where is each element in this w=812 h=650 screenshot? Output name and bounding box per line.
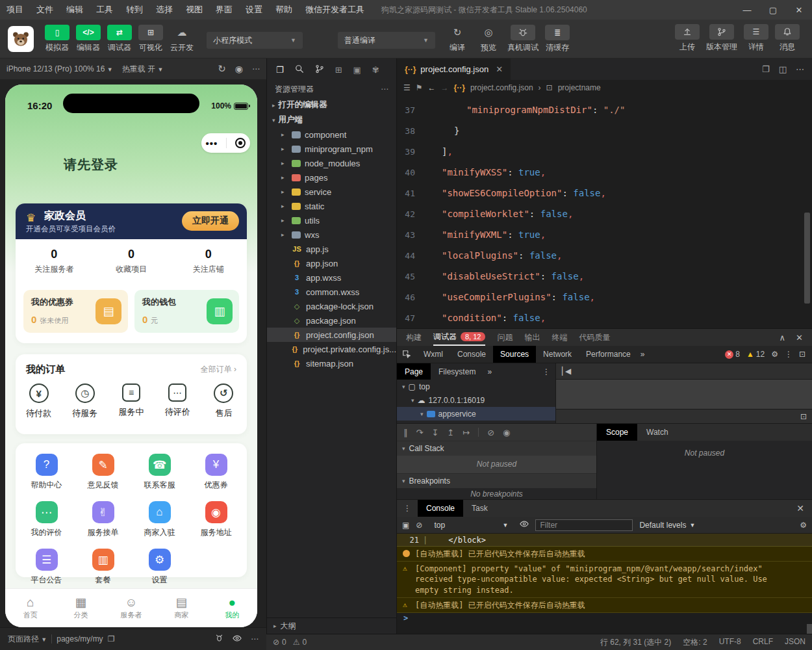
refresh-icon[interactable]: ↻ bbox=[218, 63, 226, 75]
more-icon[interactable]: ••• bbox=[206, 138, 218, 149]
capsule-menu[interactable]: ••• bbox=[201, 133, 250, 153]
version-control-button[interactable]: 版本管理 bbox=[706, 24, 737, 53]
step-out-icon[interactable]: ↥ bbox=[447, 428, 454, 437]
service-grid-item[interactable]: ◉ 服务地址 bbox=[188, 501, 244, 538]
tab-performance[interactable]: Performance bbox=[579, 346, 638, 363]
indentation[interactable]: 空格: 2 bbox=[683, 637, 707, 648]
file-tree-row[interactable]: ◇ package.json bbox=[267, 313, 396, 328]
language-mode[interactable]: JSON bbox=[785, 637, 806, 648]
tab-task[interactable]: Task bbox=[463, 500, 496, 517]
source-tree-appservice[interactable]: ▾appservice bbox=[397, 407, 555, 421]
service-grid-item[interactable]: ☰ 平台公告 bbox=[18, 549, 75, 586]
editor-tab[interactable]: {··} project.config.json ✕ bbox=[397, 58, 511, 80]
step-icon[interactable]: ↦ bbox=[463, 428, 470, 437]
gear-icon[interactable]: ⚙ bbox=[771, 350, 778, 359]
tab-output[interactable]: 输出 bbox=[524, 329, 540, 346]
hot-reload-toggle[interactable]: 热重载 开 ▼ bbox=[122, 64, 164, 75]
page-path-select[interactable]: 页面路径 ▼ bbox=[8, 634, 47, 645]
warning-count[interactable]: ▲12 bbox=[746, 350, 765, 359]
more-icon[interactable]: ⋯ bbox=[252, 64, 260, 73]
tab-page[interactable]: Page bbox=[397, 363, 431, 380]
file-tree-row[interactable]: ◇ package-lock.json bbox=[267, 299, 396, 313]
stat-item[interactable]: 0 关注店铺 bbox=[170, 248, 247, 275]
stat-item[interactable]: 0 关注服务者 bbox=[16, 248, 93, 275]
file-tree-row[interactable]: ▸ utils bbox=[267, 213, 396, 228]
breakpoints-header[interactable]: ▾Breakpoints bbox=[397, 473, 596, 488]
tab-wxml[interactable]: Wxml bbox=[416, 346, 450, 363]
more-icon[interactable]: ⋯ bbox=[796, 64, 804, 74]
messages-button[interactable]: 消息 bbox=[775, 24, 800, 53]
source-tree-host[interactable]: ▾☁127.0.0.1:16019 bbox=[397, 393, 555, 407]
deactivate-breakpoints-icon[interactable]: ⊘ bbox=[487, 428, 494, 437]
file-tree-row[interactable]: {} sitemap.json bbox=[267, 356, 396, 370]
search-icon[interactable] bbox=[295, 64, 304, 75]
files-icon[interactable]: ❐ bbox=[276, 65, 284, 75]
file-tree-row[interactable]: ▸ static bbox=[267, 199, 396, 213]
clear-cache-button[interactable]: ≣ 清缓存 bbox=[545, 25, 570, 53]
service-grid-item[interactable]: ⌂ 商家入驻 bbox=[131, 501, 188, 538]
more-tabs-icon[interactable]: » bbox=[487, 367, 492, 376]
order-status-item[interactable]: ↺ 售后 bbox=[201, 384, 247, 419]
tabbar-item[interactable]: ☺ 服务者 bbox=[106, 589, 157, 627]
file-tree-row[interactable]: ▸ wxs bbox=[267, 228, 396, 242]
kebab-icon[interactable]: ⋮ bbox=[785, 350, 793, 359]
git-branch-icon[interactable] bbox=[315, 64, 324, 75]
service-grid-item[interactable]: ⚙ 设置 bbox=[131, 549, 188, 586]
service-grid-item[interactable]: ▥ 套餐 bbox=[75, 549, 131, 586]
tabbar-item[interactable]: ● 我的 bbox=[207, 589, 257, 627]
open-editors-section[interactable]: ▸ 打开的编辑器 bbox=[267, 98, 396, 112]
source-tree-top[interactable]: ▾▢top bbox=[397, 380, 555, 393]
editor-toggle[interactable]: </> 编辑器 bbox=[76, 25, 101, 53]
service-grid-item[interactable]: ¥ 优惠券 bbox=[188, 454, 244, 491]
tab-watch[interactable]: Watch bbox=[637, 424, 678, 441]
upload-button[interactable]: 上传 bbox=[675, 24, 700, 53]
tab-terminal[interactable]: 终端 bbox=[552, 329, 567, 346]
open-vip-button[interactable]: 立即开通 bbox=[182, 211, 239, 231]
copy-icon[interactable]: ❐ bbox=[108, 634, 115, 644]
device-select[interactable]: iPhone 12/13 (Pro) 100% 16 ▼ bbox=[6, 64, 113, 73]
errors-status[interactable]: ⊘0 ⚠0 bbox=[273, 638, 307, 647]
menu-item[interactable]: 工具 bbox=[90, 4, 120, 16]
project-root-section[interactable]: ▾ 用户端 bbox=[267, 112, 396, 127]
window-icon[interactable]: ▣ bbox=[353, 65, 361, 75]
menu-item[interactable]: 转到 bbox=[120, 4, 149, 16]
sidebar-toggle-icon[interactable]: ⎢◀ bbox=[561, 367, 571, 376]
filter-input[interactable] bbox=[535, 519, 633, 531]
dock-icon[interactable]: ⊡ bbox=[799, 350, 806, 359]
close-button[interactable]: ✕ bbox=[786, 0, 812, 20]
bookmark-icon[interactable]: ⚑ bbox=[416, 83, 423, 92]
stat-item[interactable]: 0 收藏项目 bbox=[93, 248, 170, 275]
tab-debugger[interactable]: 调试器 8, 12 bbox=[433, 329, 485, 346]
callstack-header[interactable]: ▾Call Stack bbox=[397, 441, 596, 456]
file-tree-row[interactable]: {} project.private.config.js... bbox=[267, 342, 396, 356]
tab-console-drawer[interactable]: Console bbox=[418, 500, 463, 517]
close-icon[interactable]: ✕ bbox=[796, 503, 812, 514]
file-tree-row[interactable]: ▸ miniprogram_npm bbox=[267, 142, 396, 156]
file-tree-row[interactable]: 3 app.wxss bbox=[267, 270, 396, 285]
device-debug-button[interactable]: 真机调试 bbox=[507, 25, 539, 53]
debugger-toggle[interactable]: ⇄ 调试器 bbox=[107, 25, 132, 53]
console-sidebar-icon[interactable]: ▣ bbox=[402, 521, 409, 530]
hand-icon[interactable]: ✾ bbox=[372, 65, 379, 75]
file-tree-row[interactable]: {} app.json bbox=[267, 256, 396, 270]
details-button[interactable]: ☰ 详情 bbox=[744, 24, 768, 53]
levels-select[interactable]: Default levels▼ bbox=[639, 521, 695, 530]
tab-build[interactable]: 构建 bbox=[406, 329, 422, 346]
tab-network[interactable]: Network bbox=[536, 346, 579, 363]
service-grid-item[interactable]: ? 帮助中心 bbox=[18, 454, 75, 491]
menu-item[interactable]: 界面 bbox=[209, 4, 239, 16]
inspect-icon[interactable] bbox=[397, 350, 416, 359]
split-editor-icon[interactable]: ◫ bbox=[779, 64, 787, 74]
extensions-icon[interactable]: ⊞ bbox=[335, 65, 342, 75]
tab-problems[interactable]: 问题 bbox=[497, 329, 513, 346]
menu-item[interactable]: 帮助 bbox=[269, 4, 299, 16]
tab-console[interactable]: Console bbox=[450, 346, 493, 363]
order-status-item[interactable]: ≡ 服务中 bbox=[108, 384, 154, 419]
more-icon[interactable]: ⋯ bbox=[251, 634, 259, 644]
console-message[interactable]: ⚠ [Component] property "value" of "minip… bbox=[397, 562, 812, 598]
file-tree-row[interactable]: 3 common.wxss bbox=[267, 285, 396, 299]
cursor-position[interactable]: 行 62, 列 31 (选中 2) bbox=[600, 637, 671, 648]
console-code-line[interactable]: 21 | </block> bbox=[397, 534, 812, 547]
file-tree-row[interactable]: ▸ node_modules bbox=[267, 156, 396, 170]
minimize-button[interactable]: — bbox=[734, 0, 760, 20]
